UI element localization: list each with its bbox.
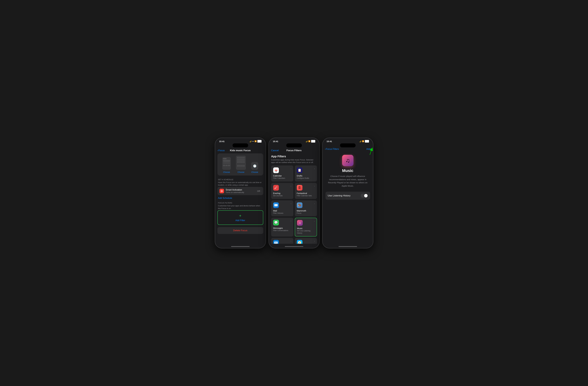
battery-icon-3: 100 [365,140,369,142]
smart-activation-icon: ⏻ [219,189,224,193]
filter-card-safari[interactable]: 🧭 › Safari Set Profile or Tab Group [295,238,317,244]
home-indicator-2 [269,244,319,248]
music-app-icon-large: ♫ [342,155,354,166]
filter-card-mammoth[interactable]: 🦣 › Mammoth Focus [295,200,317,216]
filter-card-drafts[interactable]: 📋 › Drafts Configure Drafts [295,165,317,182]
wifi-signal-3: 📶 [362,140,364,142]
back-chevron-1: ‹ [217,149,218,152]
filter-card-everlog[interactable]: 🖊 › Everlog Set Journals [271,183,293,199]
status-time-1: 15:41 [219,140,225,142]
add-schedule-btn[interactable]: Add Schedule [217,197,232,199]
green-arrow-svg [366,147,373,155]
everlog-name: Everlog [273,192,291,194]
back-label-1[interactable]: Focus [218,149,225,152]
lockscreen-preview [222,157,231,170]
filter-card-text-mail: Mail Filter Inboxes [273,209,291,214]
choose-homescreen-label[interactable]: Choose [237,171,244,173]
status-bar-3: 15:41 🌙 📶 100 [323,138,373,143]
fantastical-name: Fantastical [297,192,315,194]
power-icon: ⏻ [221,190,223,192]
preview-lockscreen[interactable]: Choose [222,157,231,173]
messages-chevron: › [291,220,291,222]
choose-lockscreen-label[interactable]: Choose [223,171,230,173]
moon-icon-3: 🌙 [359,140,361,142]
mail-sub: Filter Inboxes [273,212,291,214]
music-sub: Set Use Listening History [297,230,315,234]
mammoth-sub: Focus [297,212,315,214]
dynamic-island-3 [340,143,356,147]
messages-name: Messages [273,227,291,229]
status-time-2: 15:41 [273,140,278,142]
filter-card-top-music: ♫ [297,220,315,226]
nav-back-1[interactable]: ‹ Focus [217,149,225,152]
battery-icon-1: 100 [257,140,261,142]
filter-card-text-fantastical: Fantastical Filter Calendar Sets [297,192,315,197]
filter-card-calendar[interactable]: 📅 › Calendar Filter Calendars [271,165,293,182]
homescreen-preview [236,156,246,170]
wifi-signal-1: 📶 [254,140,257,142]
mammoth-chevron: › [314,202,315,205]
set-schedule-desc: Have this Focus turn on automatically at… [218,181,263,186]
battery-icon-2: 100 [311,140,315,142]
filter-grid: 📅 › Calendar Filter Calendars 📋 [269,165,319,244]
filter-card-top-mammoth: 🦣 [297,202,315,208]
status-icons-3: 🌙 📶 100 [359,140,369,142]
customize-previews: Choose [217,153,263,176]
toggle-switch[interactable] [361,194,368,198]
filter-card-top-drafts: 📋 [297,167,315,173]
mail-chevron: › [291,202,291,205]
filter-card-messages[interactable]: 💬 › Messages Filter Conversations [271,218,293,237]
back-label-3[interactable]: Focus Filters [326,148,339,150]
smart-activation-card: ⏻ Smart Activation Turns on automaticall… [217,187,263,195]
focus-filters-desc: Customise how your apps and device behav… [218,204,263,210]
add-filter-button[interactable]: + Add Filter [217,210,263,225]
drafts-sub: Configure Drafts [297,177,315,180]
nav-header-1: ‹ Focus Kids music Focus [215,148,266,153]
phone-content-3[interactable]: ♫ Music Choose if music played will infl… [323,150,373,244]
filter-card-text-music: Music Set Use Listening History [297,227,315,234]
smart-activation-text: Smart Activation Turns on automatically [226,189,255,193]
smart-activation-value: Off › [257,190,261,192]
filter-card-top-everlog: 🖊 [273,185,291,191]
moon-icon-2: 🌙 [305,140,308,142]
focus-filters-title: FOCUS FILTERS [218,202,263,204]
chevron-icon: › [261,190,261,192]
everlog-sub: Set Journals [273,195,291,197]
nav-back-3[interactable]: ‹ Focus Filters [325,148,339,150]
status-bar-1: 15:41 🌙 ▪▪▪ 📶 100 [215,138,266,143]
phone-content-2[interactable]: App Filters Customise apps during Kids m… [269,153,319,244]
smart-activation-sub: Turns on automatically [226,191,255,193]
filter-card-text-mammoth: Mammoth Focus [297,209,315,214]
filter-card-outlook[interactable]: 📧 › Outlook Set a Focus Profile [271,238,293,244]
preview-watch[interactable]: 🕐 Choose [251,162,258,173]
fantastical-chevron: › [314,185,315,187]
filter-card-music[interactable]: ♫ › Music Set Use Listening History [295,218,317,237]
dynamic-island-1 [232,143,248,147]
cancel-label[interactable]: Cancel [271,149,279,152]
screenshots-container: 15:41 🌙 ▪▪▪ 📶 100 ‹ Focus Kids music Foc… [215,138,373,248]
smart-activation-row[interactable]: ⏻ Smart Activation Turns on automaticall… [217,187,263,195]
calendar-chevron: › [291,167,291,170]
phone-content-1[interactable]: Choose [215,153,266,244]
preview-homescreen[interactable]: Choose [236,156,246,173]
home-indicator-3 [323,244,373,248]
wifi-signal-2: 📶 [308,140,310,142]
music-title: Music [342,168,353,173]
messages-app-icon: 💬 [273,220,279,225]
filter-card-fantastical[interactable]: 🗓 › Fantastical Filter Calendar Sets [295,183,317,199]
cancel-btn[interactable]: Cancel [271,149,279,152]
toggle-row[interactable]: Use Listening History [325,192,370,200]
delete-focus-btn[interactable]: Delete Focus [217,227,263,234]
filter-card-mail[interactable]: ✉️ › Mail Filter Inboxes [271,200,293,216]
fantastical-sub: Filter Calendar Sets [297,195,315,197]
phone-2: 15:41 🌙 📶 100 Cancel Focus Filters App F… [269,138,320,248]
add-filter-label: Add Filter [235,219,245,222]
filter-card-top-safari: 🧭 [297,240,315,244]
calendar-sub: Filter Calendars [273,177,291,180]
mammoth-app-icon: 🦣 [297,202,302,208]
phone-3: 15:41 🌙 📶 100 ‹ Focus Filters Add [322,138,373,248]
nav-header-3: ‹ Focus Filters Add [323,148,373,150]
drafts-name: Drafts [297,175,315,177]
fantastical-app-icon: 🗓 [297,185,302,191]
choose-watch-label[interactable]: Choose [251,171,258,173]
